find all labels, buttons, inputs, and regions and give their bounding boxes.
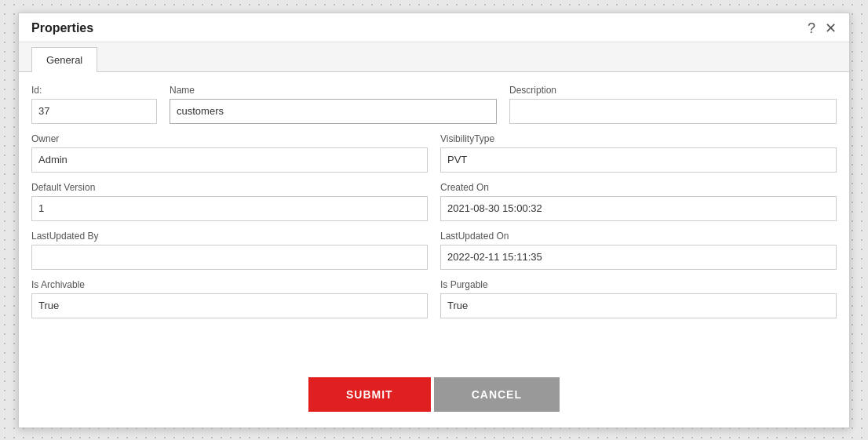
is-archivable-input[interactable] — [31, 293, 428, 318]
field-last-updated-by: LastUpdated By — [31, 231, 428, 270]
id-label: Id: — [31, 85, 157, 96]
field-created-on: Created On — [440, 182, 837, 221]
description-label: Description — [509, 85, 837, 96]
form-row-owner-visibility: Owner VisibilityType — [31, 133, 837, 173]
field-description: Description — [509, 85, 837, 124]
help-icon[interactable]: ? — [808, 21, 815, 35]
field-is-archivable: Is Archivable — [31, 279, 428, 318]
field-owner: Owner — [31, 133, 428, 173]
default-version-label: Default Version — [31, 182, 428, 193]
name-input[interactable] — [170, 99, 497, 124]
form-row-archivable-purgable: Is Archivable Is Purgable — [31, 279, 837, 318]
is-purgable-label: Is Purgable — [440, 279, 837, 290]
tab-general[interactable]: General — [31, 47, 97, 72]
dialog-title: Properties — [31, 21, 93, 35]
visibility-type-label: VisibilityType — [440, 133, 837, 144]
tab-bar: General — [19, 42, 849, 72]
last-updated-by-label: LastUpdated By — [31, 231, 428, 242]
form-row-lastupdated: LastUpdated By LastUpdated On — [31, 231, 837, 270]
default-version-input[interactable] — [31, 196, 428, 221]
name-label: Name — [170, 85, 497, 96]
is-purgable-input[interactable] — [440, 293, 837, 318]
field-is-purgable: Is Purgable — [440, 279, 837, 318]
form-row-version-created: Default Version Created On — [31, 182, 837, 221]
is-archivable-label: Is Archivable — [31, 279, 428, 290]
owner-input[interactable] — [31, 147, 428, 173]
field-visibility-type: VisibilityType — [440, 133, 837, 173]
field-name: Name — [170, 85, 497, 124]
field-default-version: Default Version — [31, 182, 428, 221]
header-icons: ? ✕ — [808, 21, 837, 35]
visibility-type-input[interactable] — [440, 147, 837, 173]
last-updated-on-label: LastUpdated On — [440, 231, 837, 242]
field-last-updated-on: LastUpdated On — [440, 231, 837, 270]
created-on-input[interactable] — [440, 196, 837, 221]
dialog-footer: SUBMIT CANCEL — [19, 365, 849, 427]
submit-button[interactable]: SUBMIT — [308, 377, 431, 412]
form-grid: Id: Name Description Owner — [31, 85, 837, 328]
created-on-label: Created On — [440, 182, 837, 193]
last-updated-by-input[interactable] — [31, 245, 428, 270]
properties-dialog: Properties ? ✕ General Id: Name — [18, 13, 850, 428]
close-icon[interactable]: ✕ — [825, 21, 837, 35]
dialog-body: General Id: Name Description — [19, 42, 849, 365]
dialog-header: Properties ? ✕ — [19, 13, 849, 42]
cancel-button[interactable]: CANCEL — [434, 377, 560, 412]
id-input[interactable] — [31, 99, 157, 124]
last-updated-on-input[interactable] — [440, 245, 837, 270]
owner-label: Owner — [31, 133, 428, 144]
form-row-id-name-desc: Id: Name Description — [31, 85, 837, 124]
field-id: Id: — [31, 85, 157, 124]
description-input[interactable] — [509, 99, 837, 124]
